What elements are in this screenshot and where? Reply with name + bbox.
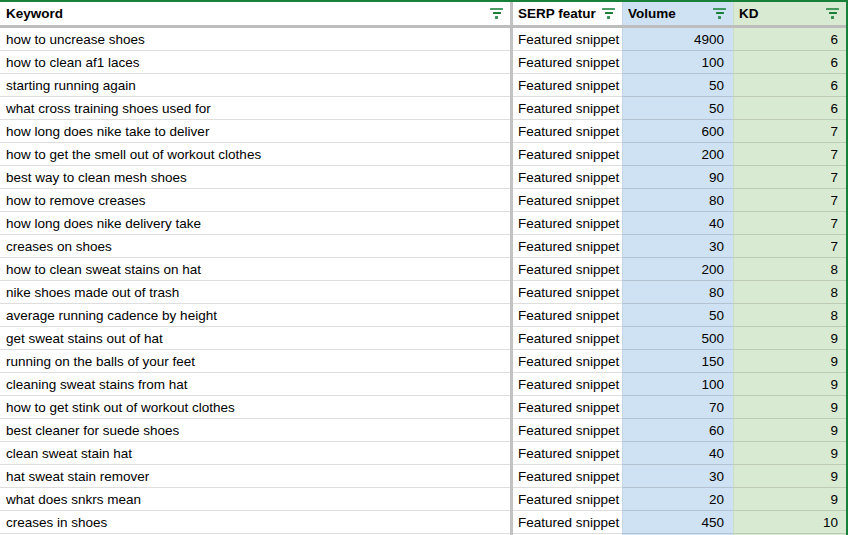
cell-serp-feature[interactable]: Featured snippet: [513, 419, 622, 442]
cell-serp-feature[interactable]: Featured snippet: [513, 74, 622, 97]
table-row: how to clean af1 laces Featured snippet …: [0, 51, 846, 74]
cell-kd[interactable]: 7: [733, 212, 846, 235]
cell-volume[interactable]: 20: [622, 488, 733, 511]
cell-serp-feature[interactable]: Featured snippet: [513, 488, 622, 511]
cell-keyword[interactable]: get sweat stains out of hat: [0, 327, 510, 350]
cell-keyword[interactable]: how to get the smell out of workout clot…: [0, 143, 510, 166]
cell-kd[interactable]: 6: [733, 74, 846, 97]
column-header-kd[interactable]: KD: [733, 2, 846, 25]
filter-icon[interactable]: [489, 8, 504, 19]
cell-volume[interactable]: 450: [622, 511, 733, 534]
cell-volume[interactable]: 500: [622, 327, 733, 350]
cell-keyword[interactable]: how long does nike take to deliver: [0, 120, 510, 143]
cell-serp-feature[interactable]: Featured snippet: [513, 166, 622, 189]
cell-kd[interactable]: 8: [733, 258, 846, 281]
table-row: creases on shoes Featured snippet 30 7: [0, 235, 846, 258]
cell-serp-feature[interactable]: Featured snippet: [513, 281, 622, 304]
cell-keyword[interactable]: how to clean sweat stains on hat: [0, 258, 510, 281]
cell-serp-feature[interactable]: Featured snippet: [513, 212, 622, 235]
cell-volume[interactable]: 600: [622, 120, 733, 143]
filter-icon[interactable]: [601, 8, 616, 19]
cell-volume[interactable]: 150: [622, 350, 733, 373]
cell-kd[interactable]: 9: [733, 396, 846, 419]
cell-serp-feature[interactable]: Featured snippet: [513, 327, 622, 350]
cell-serp-feature[interactable]: Featured snippet: [513, 235, 622, 258]
cell-keyword[interactable]: best way to clean mesh shoes: [0, 166, 510, 189]
cell-kd[interactable]: 9: [733, 327, 846, 350]
filter-icon[interactable]: [712, 8, 727, 19]
cell-serp-feature[interactable]: Featured snippet: [513, 51, 622, 74]
column-header-keyword[interactable]: Keyword: [0, 2, 510, 25]
column-header-volume[interactable]: Volume: [622, 2, 733, 25]
cell-kd[interactable]: 6: [733, 97, 846, 120]
cell-volume[interactable]: 60: [622, 419, 733, 442]
cell-keyword[interactable]: hat sweat stain remover: [0, 465, 510, 488]
cell-serp-feature[interactable]: Featured snippet: [513, 396, 622, 419]
cell-keyword[interactable]: how to uncrease shoes: [0, 28, 510, 51]
cell-volume[interactable]: 50: [622, 74, 733, 97]
cell-kd[interactable]: 10: [733, 511, 846, 534]
cell-kd[interactable]: 9: [733, 373, 846, 396]
cell-serp-feature[interactable]: Featured snippet: [513, 442, 622, 465]
cell-kd[interactable]: 9: [733, 419, 846, 442]
cell-volume[interactable]: 4900: [622, 28, 733, 51]
cell-volume[interactable]: 30: [622, 465, 733, 488]
cell-keyword[interactable]: starting running again: [0, 74, 510, 97]
cell-volume[interactable]: 30: [622, 235, 733, 258]
cell-volume[interactable]: 100: [622, 51, 733, 74]
cell-serp-feature[interactable]: Featured snippet: [513, 97, 622, 120]
cell-kd[interactable]: 9: [733, 350, 846, 373]
cell-volume[interactable]: 40: [622, 212, 733, 235]
cell-kd[interactable]: 9: [733, 442, 846, 465]
cell-keyword[interactable]: best cleaner for suede shoes: [0, 419, 510, 442]
cell-serp-feature[interactable]: Featured snippet: [513, 143, 622, 166]
cell-keyword[interactable]: average running cadence by height: [0, 304, 510, 327]
cell-keyword[interactable]: creases on shoes: [0, 235, 510, 258]
cell-keyword[interactable]: cleaning sweat stains from hat: [0, 373, 510, 396]
cell-serp-feature[interactable]: Featured snippet: [513, 258, 622, 281]
table-row: creases in shoes Featured snippet 450 10: [0, 511, 846, 534]
cell-kd[interactable]: 8: [733, 281, 846, 304]
cell-kd[interactable]: 6: [733, 28, 846, 51]
cell-serp-feature[interactable]: Featured snippet: [513, 350, 622, 373]
cell-kd[interactable]: 7: [733, 166, 846, 189]
cell-serp-feature[interactable]: Featured snippet: [513, 465, 622, 488]
filter-icon[interactable]: [825, 8, 840, 19]
cell-keyword[interactable]: how long does nike delivery take: [0, 212, 510, 235]
cell-keyword[interactable]: how to clean af1 laces: [0, 51, 510, 74]
cell-keyword[interactable]: running on the balls of your feet: [0, 350, 510, 373]
cell-kd[interactable]: 6: [733, 51, 846, 74]
cell-kd[interactable]: 7: [733, 120, 846, 143]
cell-volume[interactable]: 40: [622, 442, 733, 465]
cell-serp-feature[interactable]: Featured snippet: [513, 511, 622, 534]
cell-serp-feature[interactable]: Featured snippet: [513, 373, 622, 396]
cell-kd[interactable]: 9: [733, 488, 846, 511]
cell-keyword[interactable]: clean sweat stain hat: [0, 442, 510, 465]
cell-kd[interactable]: 9: [733, 465, 846, 488]
cell-kd[interactable]: 7: [733, 189, 846, 212]
cell-keyword[interactable]: creases in shoes: [0, 511, 510, 534]
cell-kd[interactable]: 7: [733, 235, 846, 258]
cell-keyword[interactable]: what does snkrs mean: [0, 488, 510, 511]
table-row: clean sweat stain hat Featured snippet 4…: [0, 442, 846, 465]
cell-volume[interactable]: 200: [622, 143, 733, 166]
cell-keyword[interactable]: how to get stink out of workout clothes: [0, 396, 510, 419]
cell-kd[interactable]: 8: [733, 304, 846, 327]
column-header-serp-features[interactable]: SERP featur: [513, 2, 622, 25]
cell-serp-feature[interactable]: Featured snippet: [513, 189, 622, 212]
cell-volume[interactable]: 70: [622, 396, 733, 419]
cell-volume[interactable]: 100: [622, 373, 733, 396]
cell-volume[interactable]: 80: [622, 189, 733, 212]
cell-keyword[interactable]: nike shoes made out of trash: [0, 281, 510, 304]
cell-serp-feature[interactable]: Featured snippet: [513, 304, 622, 327]
cell-serp-feature[interactable]: Featured snippet: [513, 28, 622, 51]
cell-keyword[interactable]: what cross training shoes used for: [0, 97, 510, 120]
cell-volume[interactable]: 50: [622, 97, 733, 120]
cell-volume[interactable]: 50: [622, 304, 733, 327]
cell-volume[interactable]: 200: [622, 258, 733, 281]
cell-kd[interactable]: 7: [733, 143, 846, 166]
cell-keyword[interactable]: how to remove creases: [0, 189, 510, 212]
cell-volume[interactable]: 90: [622, 166, 733, 189]
cell-serp-feature[interactable]: Featured snippet: [513, 120, 622, 143]
cell-volume[interactable]: 80: [622, 281, 733, 304]
